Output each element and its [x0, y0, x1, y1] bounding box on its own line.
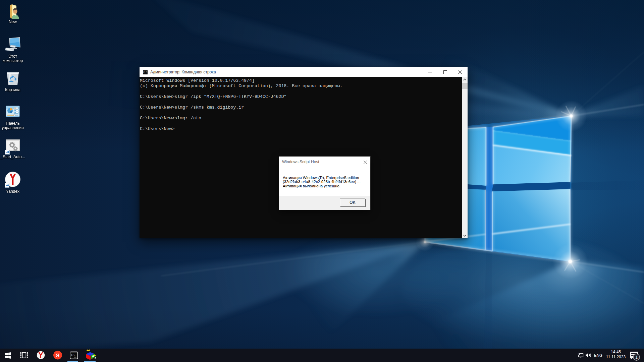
svg-text:C:\: C:\ [143, 71, 148, 74]
svg-text:Я: Я [56, 352, 60, 358]
svg-text:1: 1 [635, 355, 638, 360]
svg-text:C:\_: C:\_ [71, 354, 76, 356]
svg-text:ENG: ENG [594, 353, 602, 357]
